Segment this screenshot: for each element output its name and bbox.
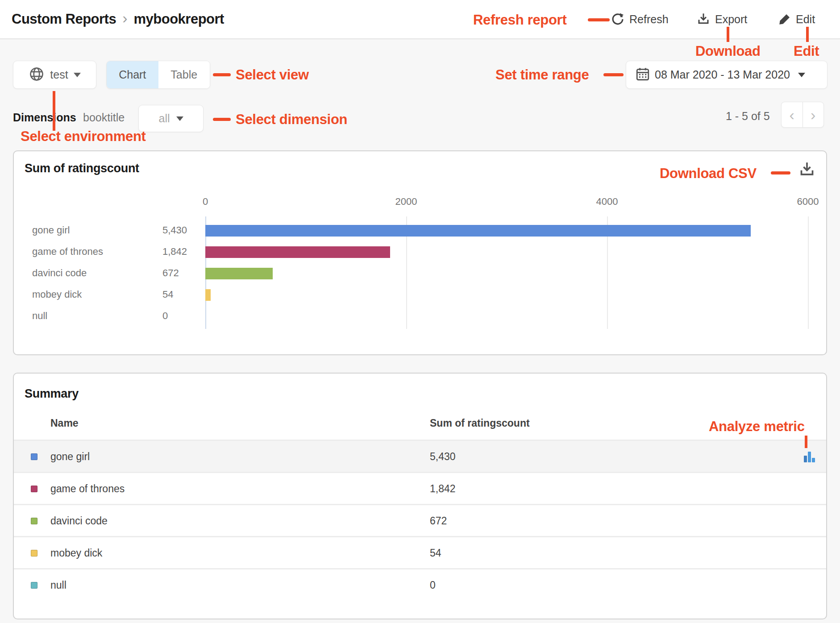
x-tick-label: 0 [203,196,208,208]
column-header-value: Sum of ratingscount [430,417,530,429]
bar-davinci-code [205,268,273,279]
download-csv-icon[interactable] [798,161,816,180]
chevron-right-icon: › [122,9,127,29]
value-label: 54 [162,289,173,300]
annotation-set-time-range: Set time range [495,67,589,83]
annotation-line [805,436,807,448]
chart-row: mobey dick54 [14,284,808,306]
summary-card: Summary Name Sum of ratingscount gone gi… [13,373,827,619]
edit-button[interactable]: Edit [778,0,815,38]
summary-title: Summary [25,387,79,401]
annotation-line [806,27,809,42]
chart-row: game of thrones1,842 [14,241,808,263]
pagination-prev-button[interactable]: ‹ [782,102,803,127]
value-label: 672 [162,267,179,279]
date-range-label: 08 Mar 2020 - 13 Mar 2020 [655,68,790,81]
legend-chip [31,453,37,460]
chevron-down-icon [798,73,805,77]
row-name: mobey dick [50,547,102,559]
row-name: game of thrones [50,483,125,495]
chevron-down-icon [74,73,81,77]
export-label: Export [715,13,747,26]
annotation-dash [588,18,610,21]
legend-chip [31,550,37,557]
row-value: 0 [430,579,436,591]
x-tick-label: 2000 [395,196,417,208]
refresh-label: Refresh [629,13,669,26]
annotation-line [727,27,729,42]
row-name: gone girl [50,451,90,463]
pagination-next-button[interactable]: › [803,102,824,127]
pagination-controls: ‹ › [781,102,824,128]
annotation-dash [771,171,790,174]
download-icon [696,12,711,26]
annotation-dash [603,73,624,76]
pagination-label: 1 - 5 of 5 [726,110,770,123]
row-value: 1,842 [430,483,456,495]
bar-game-of-thrones [205,246,390,258]
annotation-download: Download [695,43,761,59]
annotation-select-dimension: Select dimension [236,112,347,128]
tab-table[interactable]: Table [158,61,210,88]
export-button[interactable]: Export [696,0,747,38]
annotation-refresh-report: Refresh report [473,12,566,28]
legend-chip [31,582,37,589]
chart-row: null0 [14,306,808,327]
date-range-picker[interactable]: 08 Mar 2020 - 13 Mar 2020 [626,61,828,89]
dimension-filter-value: all [158,112,170,125]
category-label: mobey dick [32,289,82,300]
annotation-line [53,91,55,131]
tab-chart[interactable]: Chart [107,61,158,88]
page-header: Custom Reports › mybookreport Refresh Ex… [0,0,840,39]
table-row: game of thrones1,842 [14,472,826,504]
chevron-down-icon [176,116,183,121]
refresh-button[interactable]: Refresh [611,0,669,38]
bar-gone-girl [205,225,751,237]
dimension-filter-dropdown[interactable]: all [138,105,204,132]
custom-report-page: Custom Reports › mybookreport Refresh Ex… [0,0,840,623]
analyze-metric-icon[interactable] [802,450,815,463]
dimension-name: booktitle [83,111,125,124]
category-label: davinci code [32,267,87,279]
chart-x-axis: 0200040006000 [205,196,808,209]
chart-row: gone girl5,430 [14,220,808,241]
category-label: null [32,310,47,322]
environment-label: test [50,68,68,81]
column-header-name: Name [50,417,79,429]
bar-mobey-dick [205,289,211,301]
chart-row: davinci code672 [14,263,808,284]
globe-icon [29,66,45,84]
annotation-dash [213,118,231,121]
annotation-select-view: Select view [236,67,309,83]
breadcrumb-parent[interactable]: Custom Reports [12,11,116,27]
annotation-analyze-metric: Analyze metric [709,419,805,435]
summary-table: gone girl5,430game of thrones1,842davinc… [14,440,826,600]
breadcrumb: Custom Reports › mybookreport [12,0,224,38]
summary-table-header: Name Sum of ratingscount [14,417,826,440]
annotation-edit: Edit [794,43,819,59]
dimensions-label: Dimensions [13,111,76,124]
value-label: 5,430 [162,224,187,236]
row-value: 672 [430,515,447,527]
chart-title: Sum of ratingscount [25,162,139,175]
x-tick-label: 6000 [797,196,819,208]
legend-chip [31,518,37,524]
annotation-dash [213,73,231,76]
row-name: null [50,579,67,591]
category-label: gone girl [32,224,70,236]
row-value: 5,430 [430,451,456,463]
environment-dropdown[interactable]: test [13,61,96,89]
table-row: davinci code672 [14,504,826,536]
value-label: 1,842 [162,246,187,258]
chart-rows: gone girl5,430game of thrones1,842davinc… [14,220,808,327]
breadcrumb-current: mybookreport [133,11,224,27]
pencil-icon [778,12,791,26]
annotation-download-csv: Download CSV [660,166,757,182]
row-name: davinci code [50,515,108,527]
category-label: game of thrones [32,246,103,258]
view-toggle: Chart Table [106,61,210,89]
table-row: null0 [14,568,826,600]
legend-chip [31,486,37,492]
edit-label: Edit [796,13,815,26]
table-row: mobey dick54 [14,536,826,568]
